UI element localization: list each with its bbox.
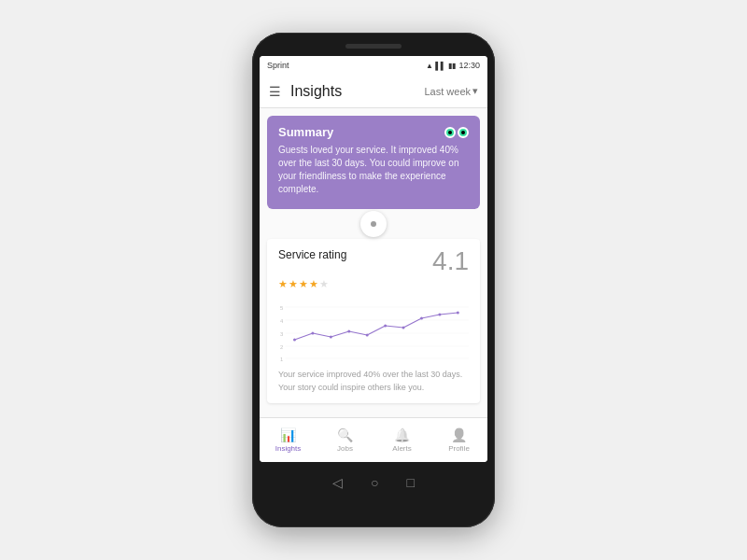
svg-text:3: 3 xyxy=(280,331,284,337)
rating-footer: Your service improved 40% over the last … xyxy=(278,369,469,394)
summary-header: Summary xyxy=(278,125,469,139)
star-4: ★ xyxy=(309,278,318,290)
nav-label-profile: Profile xyxy=(448,444,470,453)
phone-screen: Sprint ▲ ▌▌ ▮ 12:30 ☰ Insights Last week… xyxy=(260,56,487,462)
svg-point-13 xyxy=(347,330,350,333)
scroll-indicator xyxy=(260,211,487,237)
rating-card: Service rating 4.1 ★ ★ ★ ★ ★ xyxy=(267,239,480,403)
star-3: ★ xyxy=(299,278,308,290)
period-selector[interactable]: Last week ▾ xyxy=(424,85,478,97)
phone-device: Sprint ▲ ▌▌ ▮ 12:30 ☰ Insights Last week… xyxy=(252,33,495,527)
tripadvisor-logo xyxy=(444,127,469,138)
chevron-down-icon: ▾ xyxy=(472,85,478,97)
rating-footer-line2: Your story could inspire others like you… xyxy=(278,382,469,395)
rating-value: 4.1 xyxy=(432,248,469,274)
star-rating: ★ ★ ★ ★ ★ xyxy=(278,278,469,290)
nav-label-alerts: Alerts xyxy=(392,444,411,453)
summary-title: Summary xyxy=(278,125,333,139)
owl-right-eye xyxy=(458,127,469,138)
svg-text:2: 2 xyxy=(280,344,283,350)
svg-point-19 xyxy=(457,312,459,315)
svg-point-10 xyxy=(293,339,296,342)
battery-icon: ▮ xyxy=(448,62,456,70)
carrier-label: Sprint xyxy=(267,61,289,70)
status-bar: Sprint ▲ ▌▌ ▮ 12:30 xyxy=(260,56,487,75)
back-button[interactable]: ◁ xyxy=(332,475,343,490)
bottom-nav: 📊 Insights 🔍 Jobs 🔔 Alerts 👤 Profile xyxy=(260,417,487,462)
rating-footer-line1: Your service improved 40% over the last … xyxy=(278,369,469,382)
rating-header: Service rating 4.1 xyxy=(278,248,469,274)
nav-label-insights: Insights xyxy=(275,444,302,453)
star-1: ★ xyxy=(278,278,288,290)
hamburger-icon[interactable]: ☰ xyxy=(269,84,281,99)
chart-svg: 5 4 3 2 1 xyxy=(278,298,469,363)
svg-point-14 xyxy=(366,334,369,337)
signal-wifi-icon: ▲ ▌▌ xyxy=(426,62,445,70)
svg-text:5: 5 xyxy=(280,305,284,311)
rating-label: Service rating xyxy=(278,248,346,261)
scroll-dot-inner xyxy=(371,221,376,227)
page-title: Insights xyxy=(290,83,424,100)
recent-button[interactable]: □ xyxy=(407,475,415,490)
nav-item-jobs[interactable]: 🔍 Jobs xyxy=(317,418,374,462)
svg-point-15 xyxy=(384,325,387,328)
summary-text: Guests loved your service. It improved 4… xyxy=(278,144,469,196)
home-button[interactable]: ○ xyxy=(371,475,378,490)
app-bar: ☰ Insights Last week ▾ xyxy=(260,75,487,108)
alerts-bell-icon: 🔔 xyxy=(394,427,410,442)
status-right-icons: ▲ ▌▌ ▮ 12:30 xyxy=(426,61,480,70)
star-5: ★ xyxy=(319,278,329,290)
system-nav: ◁ ○ □ xyxy=(332,468,415,497)
svg-text:1: 1 xyxy=(280,357,283,362)
svg-point-17 xyxy=(420,317,423,320)
phone-speaker xyxy=(345,44,402,49)
profile-icon: 👤 xyxy=(451,427,467,442)
star-2: ★ xyxy=(289,278,298,290)
insights-icon: 📊 xyxy=(280,427,296,442)
svg-point-12 xyxy=(330,336,332,339)
period-label: Last week xyxy=(424,86,471,97)
status-time: 12:30 xyxy=(458,61,480,70)
rating-chart: 5 4 3 2 1 xyxy=(278,298,469,363)
content-area: Summary Guests loved your service. It im… xyxy=(260,108,487,417)
svg-point-11 xyxy=(311,332,314,335)
nav-item-alerts[interactable]: 🔔 Alerts xyxy=(374,418,430,462)
nav-item-profile[interactable]: 👤 Profile xyxy=(430,418,487,462)
scroll-dot xyxy=(360,211,387,237)
jobs-search-icon: 🔍 xyxy=(337,427,353,442)
summary-card: Summary Guests loved your service. It im… xyxy=(267,116,480,209)
nav-label-jobs: Jobs xyxy=(337,444,353,453)
svg-text:4: 4 xyxy=(280,318,284,324)
nav-item-insights[interactable]: 📊 Insights xyxy=(260,418,317,462)
owl-left-eye xyxy=(444,127,456,138)
svg-point-16 xyxy=(402,327,405,329)
svg-point-18 xyxy=(438,314,441,316)
